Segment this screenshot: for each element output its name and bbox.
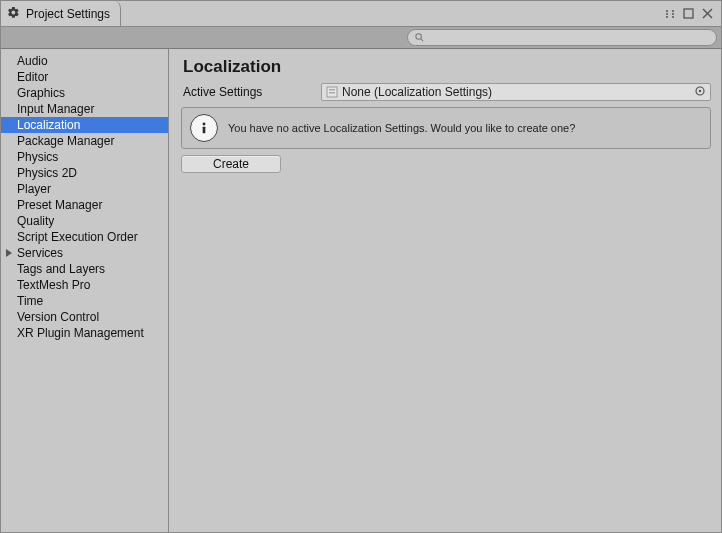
close-icon[interactable] [702, 5, 713, 23]
sidebar-item-script-execution-order[interactable]: Script Execution Order [1, 229, 168, 245]
chevron-right-icon[interactable] [5, 246, 13, 260]
svg-point-1 [666, 16, 668, 18]
sidebar-item-label: Audio [17, 54, 48, 68]
sidebar-item-label: TextMesh Pro [17, 278, 90, 292]
svg-point-5 [672, 13, 674, 15]
titlebar: Project Settings [1, 1, 721, 27]
sidebar-item-editor[interactable]: Editor [1, 69, 168, 85]
context-menu-icon[interactable] [665, 5, 675, 23]
sidebar-item-label: XR Plugin Management [17, 326, 144, 340]
sidebar-item-tags-and-layers[interactable]: Tags and Layers [1, 261, 168, 277]
window-controls [657, 1, 721, 26]
panel-title: Localization [183, 57, 711, 77]
sidebar-item-label: Localization [17, 118, 80, 132]
sidebar-item-label: Player [17, 182, 51, 196]
svg-point-0 [666, 10, 668, 12]
svg-point-4 [666, 13, 668, 15]
sidebar-item-preset-manager[interactable]: Preset Manager [1, 197, 168, 213]
sidebar-item-player[interactable]: Player [1, 181, 168, 197]
svg-point-17 [203, 123, 206, 126]
help-box: You have no active Localization Settings… [181, 107, 711, 149]
create-button-label: Create [213, 157, 249, 171]
sidebar: AudioEditorGraphicsInput ManagerLocaliza… [1, 49, 169, 532]
svg-rect-6 [684, 9, 693, 18]
active-settings-row: Active Settings None (Localization Setti… [181, 83, 711, 101]
info-icon [190, 114, 218, 142]
sidebar-item-label: Services [17, 246, 63, 260]
sidebar-item-services[interactable]: Services [1, 245, 168, 261]
object-picker-icon[interactable] [694, 85, 706, 100]
search-input[interactable] [429, 32, 710, 44]
sidebar-item-label: Preset Manager [17, 198, 102, 212]
sidebar-item-package-manager[interactable]: Package Manager [1, 133, 168, 149]
content-panel: Localization Active Settings None (Local… [169, 49, 721, 532]
sidebar-item-xr-plugin-management[interactable]: XR Plugin Management [1, 325, 168, 341]
sidebar-item-localization[interactable]: Localization [1, 117, 168, 133]
sidebar-item-label: Version Control [17, 310, 99, 324]
active-settings-label: Active Settings [181, 85, 313, 99]
search-icon [414, 29, 425, 47]
sidebar-item-label: Script Execution Order [17, 230, 138, 244]
gear-icon [7, 6, 22, 22]
sidebar-item-label: Time [17, 294, 43, 308]
active-settings-value: None (Localization Settings) [342, 85, 492, 99]
sidebar-item-physics-2d[interactable]: Physics 2D [1, 165, 168, 181]
svg-rect-13 [329, 89, 335, 91]
sidebar-item-audio[interactable]: Audio [1, 53, 168, 69]
sidebar-item-label: Editor [17, 70, 48, 84]
toolbar [1, 27, 721, 49]
sidebar-item-input-manager[interactable]: Input Manager [1, 101, 168, 117]
create-button[interactable]: Create [181, 155, 281, 173]
svg-point-3 [672, 16, 674, 18]
sidebar-item-label: Graphics [17, 86, 65, 100]
svg-rect-18 [203, 127, 206, 134]
titlebar-spacer [121, 1, 657, 26]
window-tab[interactable]: Project Settings [1, 1, 121, 26]
maximize-icon[interactable] [683, 5, 694, 23]
sidebar-item-time[interactable]: Time [1, 293, 168, 309]
sidebar-item-graphics[interactable]: Graphics [1, 85, 168, 101]
body: AudioEditorGraphicsInput ManagerLocaliza… [1, 49, 721, 532]
sidebar-item-quality[interactable]: Quality [1, 213, 168, 229]
help-text: You have no active Localization Settings… [228, 122, 575, 134]
svg-marker-11 [6, 249, 12, 257]
sidebar-item-textmesh-pro[interactable]: TextMesh Pro [1, 277, 168, 293]
project-settings-window: Project Settings AudioEditorGraphicsInpu… [0, 0, 722, 533]
svg-rect-14 [329, 92, 335, 94]
svg-point-9 [416, 33, 422, 39]
asset-icon [326, 86, 338, 98]
sidebar-item-version-control[interactable]: Version Control [1, 309, 168, 325]
sidebar-item-label: Quality [17, 214, 54, 228]
sidebar-item-label: Tags and Layers [17, 262, 105, 276]
svg-point-16 [699, 89, 701, 91]
sidebar-item-label: Package Manager [17, 134, 114, 148]
sidebar-item-label: Input Manager [17, 102, 94, 116]
sidebar-item-label: Physics [17, 150, 58, 164]
active-settings-field[interactable]: None (Localization Settings) [321, 83, 711, 101]
search-field[interactable] [407, 29, 717, 46]
sidebar-item-label: Physics 2D [17, 166, 77, 180]
svg-point-2 [672, 10, 674, 12]
svg-line-10 [421, 38, 424, 41]
sidebar-item-physics[interactable]: Physics [1, 149, 168, 165]
window-title: Project Settings [26, 7, 110, 21]
